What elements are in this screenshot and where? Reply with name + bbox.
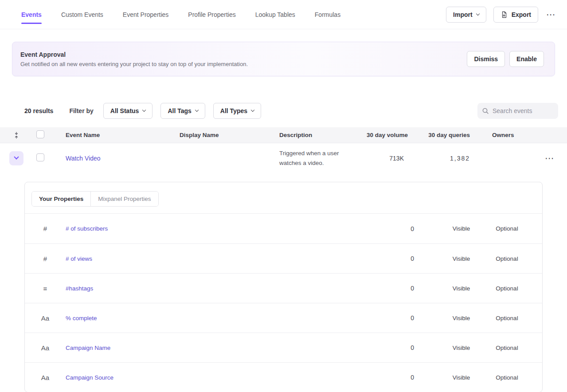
export-icon (501, 11, 508, 18)
dismiss-button[interactable]: Dismiss (467, 51, 505, 67)
row-more-options-button[interactable]: ⋯ (544, 152, 555, 165)
chevron-down-icon (476, 12, 479, 15)
property-row: Aa Campaign Source 0 Visible Optional (25, 362, 542, 392)
nav-tab[interactable]: Event Properties (123, 0, 169, 29)
column-header-event-name: Event Name (66, 132, 180, 138)
property-name-link[interactable]: #hashtags (66, 285, 394, 292)
property-row: # # of views 0 Visible Optional (25, 243, 542, 273)
chevron-down-icon (251, 108, 254, 112)
banner-title: Event Approval (20, 51, 248, 58)
chevron-down-icon (142, 108, 146, 112)
number-type-icon: # (43, 225, 47, 232)
property-volume: 0 (394, 374, 438, 381)
property-visibility[interactable]: Visible (438, 285, 484, 292)
export-button[interactable]: Export (493, 7, 538, 23)
event-volume: 713K (389, 155, 408, 162)
property-name-link[interactable]: Campaign Name (66, 345, 394, 351)
event-name-link[interactable]: Watch Video (66, 155, 180, 162)
property-row: Aa Campaign Name 0 Visible Optional (25, 333, 542, 362)
import-button-label: Import (453, 11, 473, 18)
properties-tabs-bar: Your Properties Mixpanel Properties (25, 182, 542, 214)
row-checkbox[interactable] (36, 153, 44, 161)
property-row: # # of subscribers 0 Visible Optional (25, 214, 542, 243)
nav-tab[interactable]: Profile Properties (188, 0, 235, 29)
text-type-icon: Aa (41, 344, 49, 352)
property-visibility[interactable]: Visible (438, 315, 484, 321)
column-header-display-name: Display Name (180, 132, 279, 138)
property-name-link[interactable]: % complete (66, 315, 394, 321)
filter-row: 20 results Filter by All Status All Tags… (24, 103, 558, 119)
event-queries: 1,382 (450, 155, 470, 162)
nav-tab[interactable]: Formulas (315, 0, 340, 29)
number-type-icon: # (43, 255, 47, 263)
search-box (477, 103, 558, 119)
import-button[interactable]: Import (446, 7, 486, 23)
filter-dropdown[interactable]: All Tags (160, 103, 205, 119)
properties-tab-group: Your Properties Mixpanel Properties (31, 191, 159, 207)
property-volume: 0 (394, 225, 438, 232)
search-input[interactable] (493, 107, 554, 114)
property-name-link[interactable]: # of views (66, 255, 394, 262)
property-requirement[interactable]: Optional (484, 315, 530, 321)
nav-tab[interactable]: Events (21, 0, 42, 29)
top-navigation: Events Custom Events Event Properties Pr… (0, 0, 567, 29)
events-table-body: Watch Video Triggered when a user watche… (0, 143, 567, 173)
column-header-owners: Owners (470, 132, 532, 138)
column-header-volume: 30 day volume (367, 132, 408, 138)
filter-dropdown-label: All Types (220, 107, 247, 114)
property-requirement[interactable]: Optional (484, 374, 530, 381)
filter-dropdown-label: All Status (110, 107, 139, 114)
property-visibility[interactable]: Visible (438, 225, 484, 232)
results-count: 20 results (24, 107, 53, 114)
banner-description: Get notified on all new events entering … (20, 61, 248, 67)
property-row: ≡ #hashtags 0 Visible Optional (25, 273, 542, 303)
list-type-icon: ≡ (43, 285, 47, 292)
property-visibility[interactable]: Visible (438, 255, 484, 262)
text-type-icon: Aa (41, 314, 49, 322)
property-requirement[interactable]: Optional (484, 225, 530, 232)
property-requirement[interactable]: Optional (484, 285, 530, 292)
event-description: Triggered when a user watches a video. (279, 149, 364, 168)
filter-dropdown[interactable]: All Status (103, 103, 153, 119)
column-header-description: Description (279, 132, 364, 138)
collapse-all-button[interactable] (13, 132, 20, 139)
property-requirement[interactable]: Optional (484, 345, 530, 351)
enable-button[interactable]: Enable (509, 51, 544, 67)
nav-actions: Import Export ⋯ (446, 7, 556, 23)
chevron-down-icon (14, 154, 19, 159)
nav-tab[interactable]: Custom Events (61, 0, 103, 29)
collapse-row-button[interactable] (9, 151, 23, 165)
collapse-all-icon (13, 132, 20, 139)
more-options-button[interactable]: ⋯ (545, 8, 556, 21)
text-type-icon: Aa (41, 374, 49, 381)
filter-by-label: Filter by (69, 107, 93, 114)
event-row: Watch Video Triggered when a user watche… (0, 143, 567, 173)
property-name-link[interactable]: # of subscribers (66, 225, 394, 232)
property-visibility[interactable]: Visible (438, 345, 484, 351)
chevron-down-icon (195, 108, 199, 112)
property-visibility[interactable]: Visible (438, 374, 484, 381)
properties-list: # # of subscribers 0 Visible Optional # … (25, 214, 542, 392)
properties-tab[interactable]: Your Properties (32, 192, 91, 206)
banner-actions: Dismiss Enable (467, 51, 544, 67)
property-row: Aa % complete 0 Visible Optional (25, 303, 542, 333)
property-name-link[interactable]: Campaign Source (66, 374, 394, 381)
properties-tab[interactable]: Mixpanel Properties (91, 192, 158, 206)
filter-dropdown-label: All Tags (168, 107, 191, 114)
events-table-header: Event Name Display Name Description 30 d… (0, 127, 567, 143)
property-volume: 0 (394, 344, 438, 351)
event-properties-card: Your Properties Mixpanel Properties # # … (24, 182, 543, 392)
filter-dropdown[interactable]: All Types (213, 103, 261, 119)
property-volume: 0 (394, 314, 438, 321)
event-approval-banner: Event Approval Get notified on all new e… (12, 42, 555, 76)
export-button-label: Export (512, 11, 531, 18)
property-volume: 0 (394, 285, 438, 292)
search-icon (482, 107, 489, 114)
banner-text: Event Approval Get notified on all new e… (20, 51, 248, 67)
select-all-checkbox[interactable] (36, 130, 44, 138)
nav-tab[interactable]: Lookup Tables (255, 0, 295, 29)
column-header-queries: 30 day queries (428, 132, 470, 138)
property-volume: 0 (394, 255, 438, 262)
property-requirement[interactable]: Optional (484, 255, 530, 262)
nav-tabs: Events Custom Events Event Properties Pr… (21, 0, 360, 29)
